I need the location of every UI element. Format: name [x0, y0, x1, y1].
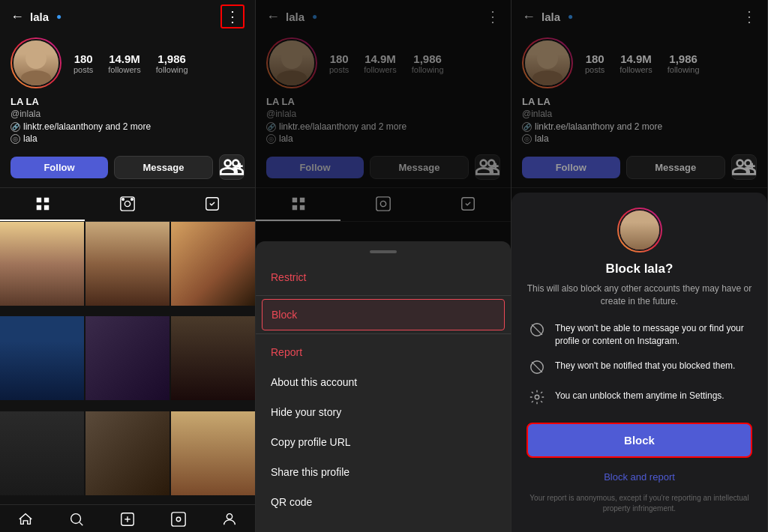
block-and-report-button[interactable]: Block and report [526, 467, 752, 487]
sheet-handle [370, 250, 397, 253]
photo-cell[interactable] [86, 411, 170, 495]
no-message-icon [526, 319, 548, 340]
avatar-face [14, 40, 58, 85]
posts-label: posts [74, 65, 93, 74]
svg-line-40 [532, 362, 542, 372]
profile-header: 180 posts 14.9M followers 1,986 followin… [0, 33, 255, 96]
menu-share-profile[interactable]: Share this profile [256, 457, 511, 487]
home-icon [17, 511, 34, 528]
stat-following: 1,986 following [156, 52, 188, 74]
menu-report[interactable]: Report [256, 337, 511, 367]
display-name: LA LA [10, 96, 244, 107]
following-label: following [156, 65, 188, 74]
posts-count: 180 [74, 52, 93, 65]
block-reason-text-2: They won't be notified that you blocked … [555, 357, 735, 372]
block-confirm-button[interactable]: Block [526, 423, 752, 458]
menu-block[interactable]: Block [262, 299, 505, 330]
svg-line-12 [80, 522, 82, 525]
block-avatar-face [620, 211, 659, 250]
svg-point-17 [176, 517, 181, 522]
tag-text: lala [23, 133, 38, 144]
menu-sheet: Restrict Block Report About this account… [256, 241, 511, 532]
person-add-icon [220, 155, 244, 179]
create-icon [119, 511, 136, 528]
panel-block: ← lala ● ⋮ 180 posts 14.9M followers 1,9… [512, 0, 768, 532]
search-icon [68, 511, 85, 528]
menu-about[interactable]: About this account [256, 367, 511, 397]
no-notify-icon [526, 357, 548, 378]
menu-copy-url[interactable]: Copy profile URL [256, 427, 511, 457]
followers-label: followers [108, 65, 140, 74]
nav-create[interactable] [102, 511, 153, 528]
menu-divider [256, 295, 511, 296]
following-count: 1,986 [158, 52, 186, 65]
bio-section: LA LA @inlala 🔗 linktr.ee/lalaanthony an… [0, 96, 255, 151]
nav-reels-tab[interactable] [153, 511, 204, 528]
top-nav: ← lala ● ⋮ [0, 0, 255, 33]
message-button[interactable]: Message [114, 156, 213, 179]
svg-rect-16 [172, 513, 185, 526]
svg-point-11 [71, 514, 81, 524]
block-reason-text-1: They won't be able to message you or fin… [555, 319, 752, 348]
tab-bar [0, 187, 255, 222]
nav-search[interactable] [51, 511, 102, 528]
nav-home[interactable] [0, 511, 51, 528]
bottom-nav [0, 504, 255, 532]
block-reason-1: They won't be able to message you or fin… [526, 319, 752, 348]
block-title: Block lala? [526, 262, 752, 276]
block-avatar [617, 208, 662, 253]
photo-cell[interactable] [171, 411, 255, 495]
stats-row: 180 posts 14.9M followers 1,986 followin… [74, 52, 244, 74]
photo-cell[interactable] [86, 222, 170, 306]
block-description: This will also block any other accounts … [526, 282, 752, 308]
block-reason-2: They won't be notified that you blocked … [526, 357, 752, 378]
svg-rect-3 [44, 198, 48, 202]
block-footer-note: Your report is anonymous, except if you'… [526, 493, 752, 514]
nav-profile[interactable] [204, 511, 255, 528]
block-reason-3: You can unblock them anytime in Settings… [526, 387, 752, 408]
svg-rect-5 [44, 205, 48, 210]
more-options-button[interactable]: ⋮ [220, 4, 244, 28]
tag-icon: ◎ [10, 134, 20, 144]
avatar-inner [12, 39, 60, 87]
photo-cell[interactable] [171, 316, 255, 400]
panel-profile: ← lala ● ⋮ 180 posts 14.9M followers 1,9… [0, 0, 256, 532]
tab-reels[interactable] [85, 188, 170, 221]
photo-cell[interactable] [0, 222, 84, 306]
profile-icon [221, 511, 238, 528]
nav-left: ← lala ● [10, 9, 62, 25]
follow-button[interactable]: Follow [10, 157, 108, 178]
menu-divider2 [256, 333, 511, 334]
menu-restrict[interactable]: Restrict [256, 262, 511, 292]
followers-count: 14.9M [109, 52, 140, 65]
stat-posts: 180 posts [74, 52, 93, 74]
photo-grid [0, 222, 255, 504]
link-icon: 🔗 [10, 122, 20, 132]
photo-cell[interactable] [86, 316, 170, 400]
tab-grid[interactable] [0, 188, 85, 221]
menu-hide-story[interactable]: Hide your story [256, 397, 511, 427]
block-reasons: They won't be able to message you or fin… [526, 319, 752, 408]
grid-icon [34, 196, 51, 212]
photo-cell[interactable] [0, 316, 84, 400]
svg-point-7 [124, 201, 130, 206]
handle: @inlala [10, 109, 244, 119]
svg-line-38 [532, 325, 542, 336]
verified-icon: ● [56, 11, 62, 22]
bio-link[interactable]: 🔗 linktr.ee/lalaanthony and 2 more [10, 121, 244, 132]
video-icon [170, 511, 187, 528]
avatar [10, 37, 62, 88]
back-button[interactable]: ← [10, 9, 24, 25]
menu-qr[interactable]: QR code [256, 487, 511, 517]
svg-point-41 [535, 395, 539, 399]
photo-cell[interactable] [0, 411, 84, 495]
photo-cell[interactable] [171, 222, 255, 306]
add-friend-button[interactable] [219, 154, 244, 180]
action-buttons: Follow Message [0, 151, 255, 187]
svg-point-9 [131, 199, 134, 201]
block-avatar-inner [619, 209, 661, 251]
tab-tagged[interactable] [170, 188, 255, 221]
bio-tag: ◎ lala [10, 133, 244, 144]
nav-username: lala [30, 10, 49, 23]
link-text: linktr.ee/lalaanthony and 2 more [23, 121, 151, 132]
